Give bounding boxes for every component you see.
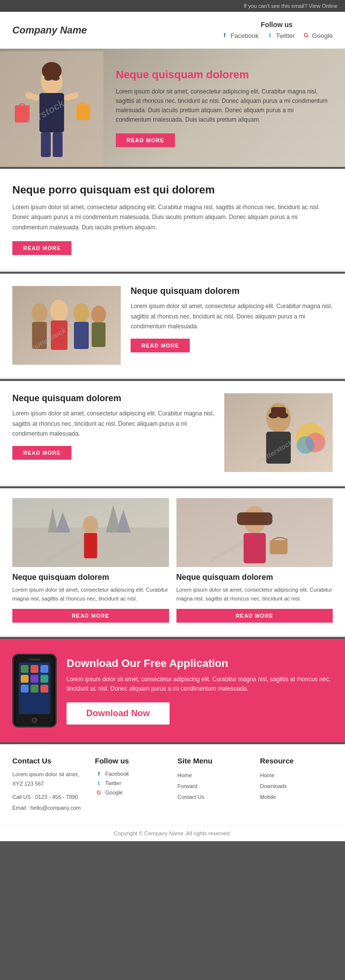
section-2-read-more-button[interactable]: READ MORE [131, 339, 190, 352]
svg-rect-24 [92, 322, 105, 347]
view-online-text: If you can't see this email? View Online [243, 3, 338, 9]
top-bar: If you can't see this email? View Online [0, 0, 345, 12]
svg-point-14 [42, 62, 62, 80]
svg-rect-49 [270, 540, 287, 555]
svg-rect-61 [40, 685, 48, 693]
grid-image-2: shutterstock [176, 498, 333, 567]
section-2-content: Neque quisquam dolorem Lorem ipsum dolor… [131, 286, 333, 352]
section-1: Neque porro quisquam est qui dolorem Lor… [0, 169, 345, 270]
facebook-icon: f [221, 32, 229, 39]
svg-point-17 [32, 303, 47, 323]
footer-contact-phone: Call US : 0123 - 456 - 7890 [12, 792, 85, 802]
svg-point-63 [33, 718, 36, 722]
footer-contact-text: Lorem ipsum dolor sit amet, XYZ 123 567 [12, 770, 85, 788]
follow-us-label: Follow us [221, 21, 333, 29]
footer-sitemenu-col: Site Menu Home Forward Contact Us [177, 757, 250, 813]
twitter-icon: t [266, 32, 274, 39]
svg-rect-60 [31, 685, 38, 693]
footer-sitemenu-forward[interactable]: Forward [177, 781, 250, 791]
footer-sitemenu-home[interactable]: Home [177, 770, 250, 781]
svg-rect-56 [21, 675, 29, 683]
grid-item-2-text: Lorem ipsum dolor sit amet, consectetur … [176, 586, 333, 603]
grid-item-2-title: Neque quisquam dolorem [176, 573, 333, 582]
twitter-link[interactable]: t Twitter [266, 32, 295, 39]
section-3-content: Neque quisquam dolorem Lorem ipsum dolor… [12, 393, 214, 460]
svg-rect-59 [21, 685, 29, 693]
google-link[interactable]: G Google [302, 32, 333, 39]
footer-contact-email: Email : hello@company.com [12, 803, 85, 813]
app-text: Lorem ipsum dolor sit amet, consectetur … [67, 675, 333, 694]
footer-contact-title: Contact Us [12, 757, 85, 765]
twitter-label: Twitter [276, 32, 295, 39]
svg-rect-55 [40, 665, 48, 673]
section-1-title: Neque porro quisquam est qui dolorem [12, 184, 333, 196]
section-3-image: shutterstock [224, 393, 333, 472]
svg-point-19 [50, 300, 68, 321]
svg-rect-58 [40, 675, 48, 683]
section-3-title: Neque quisquam dolorem [12, 393, 214, 404]
hero-section: shutterstock Neque quisquam dolorem Lore… [0, 49, 345, 167]
svg-rect-57 [31, 675, 38, 683]
grid-item-1-text: Lorem ipsum dolor sit amet, consectetur … [12, 586, 169, 603]
svg-rect-48 [237, 512, 272, 525]
footer-facebook-icon: f [95, 770, 103, 778]
follow-us-section: Follow us f Facebook t Twitter G Google [221, 21, 333, 39]
footer-contact-col: Contact Us Lorem ipsum dolor sit amet, X… [12, 757, 85, 813]
footer-facebook-label: Facebook [105, 771, 129, 777]
section-1-read-more-button[interactable]: READ MORE [12, 241, 71, 255]
footer-twitter-icon: t [95, 779, 103, 787]
facebook-label: Facebook [231, 32, 259, 39]
svg-rect-64 [29, 659, 40, 661]
section-2-image-placeholder: shutterstock [12, 286, 121, 365]
footer-grid: Contact Us Lorem ipsum dolor sit amet, X… [12, 757, 333, 813]
footer-resource-mobile[interactable]: Mobile [260, 791, 333, 802]
app-title: Download Our Free Application [67, 657, 333, 670]
footer-gp-link[interactable]: G Google [95, 789, 168, 796]
four-grid: shutterstock Neque quisquam dolorem Lore… [12, 498, 333, 623]
email-wrapper: If you can't see this email? View Online… [0, 0, 345, 841]
footer-google-icon: G [95, 789, 103, 796]
footer-fb-link[interactable]: f Facebook [95, 770, 168, 778]
google-label: Google [312, 32, 333, 39]
section-3-read-more-button[interactable]: READ MORE [12, 446, 71, 460]
section-3-image-placeholder: shutterstock [224, 393, 333, 472]
section-4: shutterstock Neque quisquam dolorem Lore… [0, 488, 345, 635]
svg-rect-54 [31, 665, 38, 673]
footer: Contact Us Lorem ipsum dolor sit amet, X… [0, 744, 345, 825]
section-2: shutterstock Neque quisquam dolorem Lore… [0, 274, 345, 377]
svg-rect-9 [76, 104, 90, 120]
footer-resource-col: Resource Home Downloads Mobile [260, 757, 333, 813]
svg-point-42 [83, 516, 98, 534]
footer-copyright: Copyright © Company Name. All rights res… [0, 825, 345, 841]
footer-resource-home[interactable]: Home [260, 770, 333, 781]
svg-point-23 [91, 306, 106, 323]
svg-rect-4 [53, 132, 63, 157]
grid-item-2-read-more-button[interactable]: READ MORE [176, 609, 333, 623]
hero-person-image: shutterstock [0, 51, 104, 167]
section-2-title: Neque quisquam dolorem [131, 286, 333, 296]
download-now-button[interactable]: Download Now [67, 702, 170, 725]
hero-read-more-button[interactable]: READ MORE [116, 133, 175, 147]
social-links: f Facebook t Twitter G Google [221, 32, 333, 39]
company-name: Company Name [12, 25, 87, 36]
footer-sitemenu-contact[interactable]: Contact Us [177, 791, 250, 802]
facebook-link[interactable]: f Facebook [221, 32, 259, 39]
footer-resource-downloads[interactable]: Downloads [260, 781, 333, 791]
footer-sitemenu-title: Site Menu [177, 757, 250, 765]
section-3: Neque quisquam dolorem Lorem ipsum dolor… [0, 381, 345, 484]
svg-rect-31 [271, 407, 286, 417]
footer-follow-title: Follow us [95, 757, 168, 765]
grid-item-2: shutterstock Neque quisquam dolorem Lore… [176, 498, 333, 623]
svg-rect-53 [21, 665, 29, 673]
section-1-text: Lorem ipsum dolor sit amet, consectetur … [12, 202, 333, 232]
hero-content: Neque quisquam dolorem Lorem ipsum dolor… [108, 56, 345, 160]
svg-rect-22 [74, 322, 89, 349]
svg-rect-47 [243, 533, 266, 563]
hero-title: Neque quisquam dolorem [116, 68, 330, 81]
svg-point-21 [73, 303, 89, 323]
copyright-text: Copyright © Company Name. All rights res… [114, 830, 231, 836]
footer-tw-link[interactable]: t Twitter [95, 779, 168, 787]
grid-image-1: shutterstock [12, 498, 169, 567]
grid-item-1-read-more-button[interactable]: READ MORE [12, 609, 169, 623]
footer-twitter-label: Twitter [105, 780, 121, 786]
